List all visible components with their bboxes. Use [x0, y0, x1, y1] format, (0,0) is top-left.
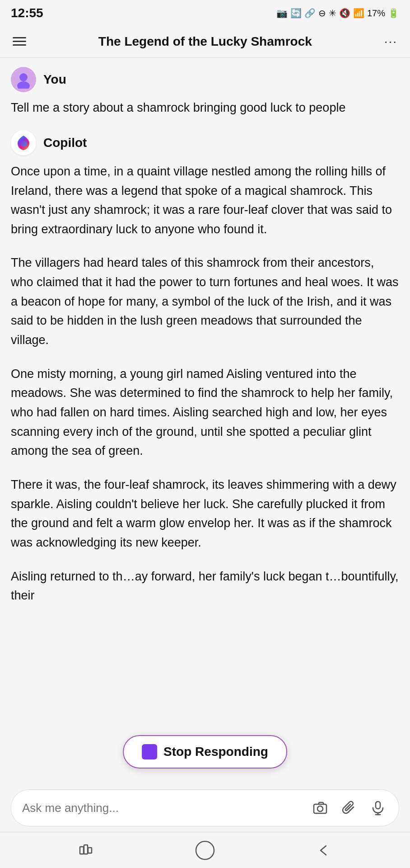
chat-area: You Tell me a story about a shamrock bri… — [0, 58, 410, 629]
battery-indicator: 17% — [367, 8, 385, 19]
back-button[interactable] — [312, 839, 336, 862]
microphone-icon — [370, 800, 386, 816]
user-avatar — [11, 67, 36, 92]
user-message-header: You — [11, 67, 399, 92]
svg-rect-4 — [376, 802, 380, 809]
stop-responding-button[interactable]: Stop Responding — [123, 735, 287, 769]
stop-responding-container: Stop Responding — [123, 735, 287, 769]
user-avatar-icon — [14, 71, 33, 89]
svg-rect-7 — [80, 847, 84, 854]
recent-apps-button[interactable] — [74, 839, 98, 862]
more-options-button[interactable]: ··· — [382, 33, 399, 51]
mic-button[interactable] — [368, 798, 388, 818]
input-actions — [310, 798, 388, 818]
story-paragraph-5: Aisling returned to th…ay forward, her f… — [11, 567, 399, 605]
svg-point-1 — [17, 81, 30, 89]
home-button[interactable] — [191, 837, 219, 864]
svg-rect-8 — [84, 845, 88, 854]
recent-apps-icon — [78, 842, 94, 859]
attach-button[interactable] — [339, 798, 359, 818]
story-paragraph-3: One misty morning, a young girl named Ai… — [11, 364, 399, 461]
user-message-block: You Tell me a story about a shamrock bri… — [11, 67, 399, 118]
dnd-icon: ⊖ — [318, 8, 326, 19]
status-time: 12:55 — [11, 6, 43, 20]
vpn-icon: 🔗 — [304, 8, 316, 19]
camera-icon — [312, 800, 328, 816]
copilot-message-block: Copilot Once upon a time, in a quaint vi… — [11, 130, 399, 605]
copilot-sender-name: Copilot — [43, 136, 87, 150]
app-header: The Legend of the Lucky Shamrock ··· — [0, 25, 410, 58]
bluetooth-icon: ✳ — [329, 8, 336, 19]
story-paragraph-1: Once upon a time, in a quaint village ne… — [11, 162, 399, 239]
attach-icon — [341, 800, 357, 816]
stop-responding-label: Stop Responding — [163, 745, 268, 759]
copilot-message-header: Copilot — [11, 130, 399, 156]
camera-status-icon: 📷 — [276, 8, 288, 19]
home-circle-icon — [195, 840, 215, 860]
story-paragraph-4: There it was, the four-leaf shamrock, it… — [11, 475, 399, 552]
input-area — [0, 784, 410, 832]
copilot-avatar — [11, 130, 36, 156]
copilot-logo-icon — [14, 133, 33, 153]
status-bar: 12:55 📷 🔄 🔗 ⊖ ✳ 🔇 📶 17% 🔋 — [0, 0, 410, 25]
camera-button[interactable] — [310, 798, 330, 818]
mute-icon: 🔇 — [339, 8, 350, 19]
svg-point-3 — [317, 806, 323, 811]
status-icons: 📷 🔄 🔗 ⊖ ✳ 🔇 📶 17% 🔋 — [276, 8, 399, 19]
menu-button[interactable] — [11, 35, 28, 47]
user-message-text: Tell me a story about a shamrock bringin… — [11, 99, 399, 118]
battery-icon: 🔋 — [388, 8, 399, 19]
svg-point-0 — [19, 73, 28, 81]
sync-icon: 🔄 — [290, 8, 302, 19]
user-sender-name: You — [43, 72, 66, 87]
back-chevron-icon — [316, 842, 332, 859]
bottom-navigation — [0, 832, 410, 868]
svg-point-10 — [196, 841, 214, 859]
chat-input[interactable] — [22, 801, 303, 815]
input-container — [11, 789, 399, 826]
page-title: The Legend of the Lucky Shamrock — [28, 34, 382, 49]
stop-square-icon — [142, 744, 157, 760]
signal-icon: 📶 — [353, 8, 364, 19]
story-paragraph-2: The villagers had heard tales of this sh… — [11, 253, 399, 349]
svg-rect-9 — [88, 848, 92, 853]
